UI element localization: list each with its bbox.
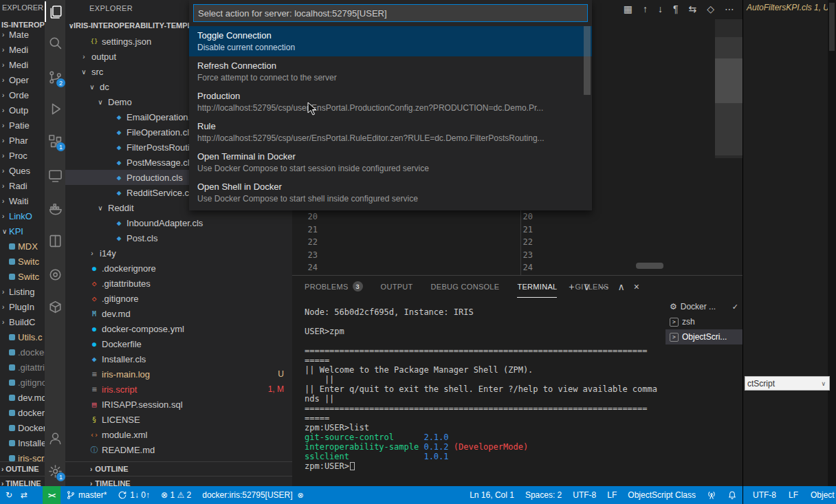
left-tree-item[interactable]: ›Proc bbox=[0, 148, 45, 163]
quick-pick-item[interactable]: Toggle ConnectionDisable current connect… bbox=[189, 26, 592, 56]
remote-indicator[interactable]: >< bbox=[43, 486, 60, 504]
columns-icon[interactable]: ▦ bbox=[624, 3, 632, 14]
tree-item[interactable]: ⓘREADME.md bbox=[65, 442, 292, 457]
left-tree-item[interactable]: ›Waiti bbox=[0, 193, 45, 208]
plus-icon[interactable]: + bbox=[569, 281, 574, 292]
terminal-list-item[interactable]: >ObjectScri... bbox=[666, 329, 742, 344]
left-outline-section[interactable]: › OUTLINE bbox=[0, 461, 45, 476]
tree-item[interactable]: ▤IRISAPP.session.sql bbox=[65, 397, 292, 412]
more-actions-icon[interactable]: ⋯ bbox=[725, 3, 734, 14]
left-tree-item[interactable]: ∨KPI bbox=[0, 223, 45, 239]
pilcrow-icon[interactable]: ¶ bbox=[673, 3, 679, 14]
problems[interactable]: ⊗ 1 ⚠ 2 bbox=[155, 486, 197, 504]
language-select[interactable]: ctScript ∨ bbox=[745, 376, 830, 391]
quick-pick-scrollbar[interactable] bbox=[584, 26, 591, 95]
package-icon[interactable] bbox=[45, 296, 65, 317]
eol[interactable]: LF bbox=[602, 486, 622, 504]
panel-tab-terminal[interactable]: TERMINAL bbox=[517, 276, 557, 298]
horizontal-scrollbar[interactable] bbox=[636, 263, 663, 269]
intersystems-icon[interactable] bbox=[45, 230, 65, 251]
right-status-item-2[interactable]: Object bbox=[811, 490, 835, 500]
left-tree-item[interactable]: ›Patie bbox=[0, 118, 45, 133]
right-scrollbar-thumb[interactable] bbox=[829, 3, 835, 51]
remote-explorer-icon[interactable] bbox=[45, 165, 65, 186]
left-tree-item[interactable]: ›LinkO bbox=[0, 208, 45, 223]
run-debug-icon[interactable] bbox=[45, 98, 65, 119]
objectscript-icon[interactable] bbox=[45, 264, 65, 285]
left-tree-item[interactable]: Installer. bbox=[0, 435, 45, 450]
sync-status[interactable]: 1↓ 0↑ bbox=[112, 486, 155, 504]
left-tree-item[interactable]: ›Outp bbox=[0, 102, 45, 118]
left-tree-item[interactable]: .gitignore bbox=[0, 375, 45, 390]
terminal-list-item[interactable]: >zsh bbox=[666, 314, 742, 329]
quick-pick-item[interactable]: Open Shell in DockerUse Docker Compose t… bbox=[189, 177, 592, 208]
left-timeline-section[interactable]: › TIMELINE bbox=[0, 476, 45, 486]
tree-item[interactable]: ●docker-compose.yml bbox=[65, 321, 292, 336]
tree-item[interactable]: ›i14y bbox=[65, 245, 292, 261]
encoding[interactable]: UTF-8 bbox=[567, 486, 602, 504]
docker-context[interactable]: docker:iris:52795[USER]⊗ bbox=[197, 486, 309, 504]
extensions-icon[interactable]: 1 bbox=[45, 131, 65, 151]
tree-item[interactable]: ◆Post.cls bbox=[65, 230, 292, 245]
left-tree-item[interactable]: dev.md bbox=[0, 390, 45, 405]
swap-icon[interactable]: ⇆ bbox=[688, 3, 696, 14]
tree-item[interactable]: ≡iris-main.logU bbox=[65, 366, 292, 382]
git-branch[interactable]: master* bbox=[60, 486, 112, 504]
left-tree-item[interactable]: ›BuildC bbox=[0, 314, 45, 329]
files-icon[interactable] bbox=[45, 1, 65, 22]
settings-gear-icon[interactable]: 1 bbox=[45, 461, 65, 481]
minimap-slider[interactable] bbox=[715, 58, 742, 103]
left-tree-item[interactable]: ›Orde bbox=[0, 87, 45, 102]
left-tree-item[interactable]: ›Medi bbox=[0, 42, 45, 57]
tree-item[interactable]: ◆InboundAdapter.cls bbox=[65, 215, 292, 230]
language-mode[interactable]: ObjectScript Class bbox=[622, 486, 701, 504]
diff-icon[interactable]: ◇ bbox=[707, 3, 714, 14]
terminal-list-item[interactable]: ⚙Docker ...✓ bbox=[666, 299, 742, 314]
left-tree-item[interactable]: .gitattrib bbox=[0, 360, 45, 375]
docker-icon[interactable] bbox=[45, 198, 65, 219]
sync-glyph-icon[interactable]: ↻ bbox=[6, 490, 12, 500]
more-icon[interactable]: ⋯ bbox=[600, 281, 609, 292]
cursor-position[interactable]: Ln 16, Col 1 bbox=[464, 486, 520, 504]
left-tree-item[interactable]: ›Phar bbox=[0, 133, 45, 148]
left-tree-item[interactable]: docker-c bbox=[0, 405, 45, 420]
tree-item[interactable]: ◆Installer.cls bbox=[65, 351, 292, 366]
minimap[interactable] bbox=[715, 19, 742, 158]
timeline-section[interactable]: › TIMELINE bbox=[65, 476, 292, 486]
search-icon[interactable] bbox=[45, 32, 65, 53]
left-tree-item[interactable]: Dockerfil bbox=[0, 420, 45, 435]
panel-tab-debug-console[interactable]: DEBUG CONSOLE bbox=[431, 276, 500, 298]
tree-item[interactable]: Mdev.md bbox=[65, 306, 292, 321]
arrow-down-icon[interactable]: ↓ bbox=[658, 3, 663, 14]
panel-tab-problems[interactable]: PROBLEMS3 bbox=[305, 276, 363, 298]
source-control-icon[interactable]: 2 bbox=[45, 67, 65, 87]
terminal-output[interactable]: Node: 56b0d2cf695d, Instance: IRIS USER>… bbox=[305, 307, 669, 471]
tree-item[interactable]: ●Dockerfile bbox=[65, 336, 292, 351]
quick-pick-item[interactable]: Productionhttp://localhost:52795/csp/use… bbox=[189, 87, 592, 117]
left-tree-item[interactable]: MDX bbox=[0, 239, 45, 254]
arrow-up-icon[interactable]: ↑ bbox=[643, 3, 648, 14]
close-icon[interactable]: × bbox=[634, 281, 639, 292]
left-tree-item[interactable]: Switc bbox=[0, 254, 45, 269]
right-status-item-0[interactable]: UTF-8 bbox=[753, 490, 776, 500]
broadcast-icon[interactable] bbox=[701, 486, 722, 504]
left-tree-item[interactable]: .dockerig bbox=[0, 344, 45, 360]
tree-item[interactable]: ≡iris.script1, M bbox=[65, 382, 292, 397]
outline-section[interactable]: › OUTLINE bbox=[65, 461, 292, 476]
quick-pick-input[interactable] bbox=[193, 4, 588, 22]
left-tree-item[interactable]: ›PlugIn bbox=[0, 299, 45, 314]
account-icon[interactable] bbox=[45, 428, 65, 448]
bell-icon[interactable] bbox=[722, 486, 742, 504]
left-tree-item[interactable]: ›Listing bbox=[0, 284, 45, 299]
screencast-icon[interactable]: ⇄ bbox=[21, 490, 28, 500]
right-status-item-1[interactable]: LF bbox=[789, 490, 798, 500]
chevron-up-icon[interactable]: ∧ bbox=[618, 281, 625, 292]
tree-item[interactable]: ◇.gitattributes bbox=[65, 276, 292, 291]
tree-item[interactable]: §LICENSE bbox=[65, 412, 292, 427]
left-tree-item[interactable]: Utils.c bbox=[0, 329, 45, 344]
panel-tab-output[interactable]: OUTPUT bbox=[381, 276, 413, 298]
tree-item[interactable]: ‹›module.xml bbox=[65, 427, 292, 442]
left-tree-item[interactable]: ›Oper bbox=[0, 72, 45, 87]
left-tree-item[interactable]: ›Ques bbox=[0, 163, 45, 178]
quick-pick-item[interactable]: Open Terminal in DockerUse Docker Compos… bbox=[189, 147, 592, 177]
